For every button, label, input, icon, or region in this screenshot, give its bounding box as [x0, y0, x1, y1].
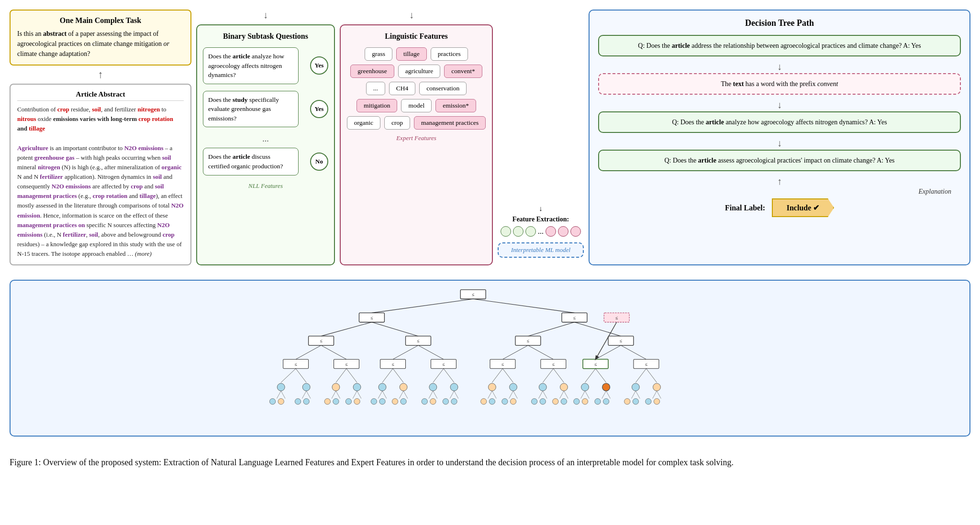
question-row-1: Does the article analyze how agroecology…: [203, 47, 328, 84]
svg-line-133: [543, 391, 547, 399]
feat-circle-3: [525, 226, 536, 237]
question-row-2: Does the study specifically evaluate gre…: [203, 91, 328, 128]
svg-text:≤: ≤: [594, 361, 597, 367]
svg-point-107: [603, 399, 609, 405]
svg-line-12: [528, 322, 574, 336]
arrow-linguistic: ↓: [335, 10, 488, 21]
tag-management-practices: management practices: [414, 116, 486, 130]
svg-text:≤: ≤: [345, 361, 347, 367]
tag-agriculture: agriculture: [398, 65, 440, 78]
svg-line-119: [357, 391, 361, 399]
svg-line-120: [378, 391, 382, 399]
svg-line-22: [296, 346, 321, 360]
svg-line-121: [382, 391, 387, 399]
svg-point-85: [333, 399, 339, 405]
svg-line-114: [302, 391, 306, 399]
decision-arrow-1: ↓: [598, 61, 961, 72]
svg-line-49: [296, 369, 306, 383]
top-section: One Main Complex Task Is this an abstrac…: [10, 10, 970, 265]
svg-text:≤: ≤: [294, 361, 297, 367]
svg-text:≤: ≤: [527, 338, 529, 343]
tag-crop: crop: [384, 116, 410, 130]
svg-point-111: [654, 399, 659, 405]
svg-point-102: [553, 399, 558, 405]
task-title: One Main Complex Task: [17, 16, 184, 25]
col-decision: Decision Tree Path Q: Does the article a…: [589, 10, 970, 265]
svg-point-83: [303, 399, 309, 405]
svg-point-70: [429, 383, 437, 391]
svg-line-11: [372, 322, 418, 336]
svg-text:≤: ≤: [472, 292, 474, 297]
final-label-text: Final Label:: [725, 204, 765, 212]
feat-circle-6: [570, 226, 581, 237]
decision-step-convent: The text has a word with the prefix conv…: [598, 73, 961, 95]
svg-line-48: [281, 369, 296, 383]
svg-point-98: [502, 399, 508, 405]
svg-line-52: [382, 369, 393, 383]
svg-line-136: [581, 391, 585, 399]
svg-line-135: [564, 391, 568, 399]
svg-line-112: [277, 391, 281, 399]
svg-point-72: [488, 383, 496, 391]
svg-line-53: [393, 369, 403, 383]
abstract-body: Contribution of crop residue, soil, and …: [17, 105, 184, 259]
tree-svg: ≤ ≤ ≤ ≤ ≤ ≤: [15, 285, 965, 429]
col-abstract: One Main Complex Task Is this an abstrac…: [10, 10, 191, 265]
svg-line-115: [306, 391, 311, 399]
svg-point-78: [632, 383, 639, 391]
svg-point-77: [602, 383, 610, 391]
feat-arrow-down: ↓: [498, 205, 584, 213]
svg-point-66: [332, 383, 340, 391]
svg-point-73: [510, 383, 517, 391]
svg-line-113: [281, 391, 285, 399]
svg-point-99: [510, 399, 516, 405]
svg-line-142: [653, 391, 657, 399]
svg-text:≤: ≤: [442, 361, 445, 367]
arrow-binary: ↓: [196, 10, 335, 21]
feat-circle-5: [558, 226, 568, 237]
svg-line-129: [492, 391, 496, 399]
svg-point-100: [531, 399, 537, 405]
svg-text:≤: ≤: [391, 361, 394, 367]
svg-point-68: [379, 383, 386, 391]
expert-label: Expert Features: [346, 134, 486, 142]
svg-point-93: [430, 399, 436, 405]
svg-line-141: [635, 391, 640, 399]
svg-line-134: [560, 391, 564, 399]
svg-line-139: [606, 391, 611, 399]
tag-conservation: conservation: [419, 82, 467, 95]
svg-line-59: [553, 369, 564, 383]
svg-line-10: [321, 322, 372, 336]
svg-line-128: [488, 391, 492, 399]
svg-line-124: [429, 391, 433, 399]
svg-line-118: [353, 391, 357, 399]
question-text-3: Does the article discuss certified organ…: [203, 148, 299, 175]
tag-ellipsis: ...: [366, 82, 385, 95]
tag-grass: grass: [365, 47, 392, 61]
abstract-box: Article Abstract Contribution of crop re…: [10, 84, 191, 265]
explanation-label: Explanation: [598, 188, 951, 196]
svg-point-74: [539, 383, 546, 391]
tag-ch4: CH4: [389, 82, 416, 95]
feat-label: Feature Extraction:: [498, 216, 584, 223]
svg-line-13: [574, 322, 621, 336]
svg-line-58: [543, 369, 553, 383]
svg-point-106: [595, 399, 601, 405]
svg-point-92: [422, 399, 427, 405]
svg-line-127: [454, 391, 458, 399]
svg-point-76: [581, 383, 589, 391]
svg-line-24: [393, 346, 418, 360]
svg-line-26: [502, 346, 528, 360]
svg-text:≤: ≤: [370, 315, 373, 320]
decision-box: Decision Tree Path Q: Does the article a…: [589, 10, 970, 265]
tag-grid: grass tillage practices greenhouse agric…: [346, 47, 486, 130]
binary-box: Binary Subtask Questions Does the articl…: [196, 24, 335, 265]
col-binary: Binary Subtask Questions Does the articl…: [196, 24, 335, 265]
feat-circles-row: ...: [498, 226, 584, 237]
svg-line-2: [372, 299, 473, 313]
svg-point-109: [633, 399, 638, 405]
svg-line-23: [321, 346, 346, 360]
feat-circle-4: [546, 226, 556, 237]
nll-label: NLL Features: [203, 182, 328, 190]
svg-point-110: [646, 399, 651, 405]
